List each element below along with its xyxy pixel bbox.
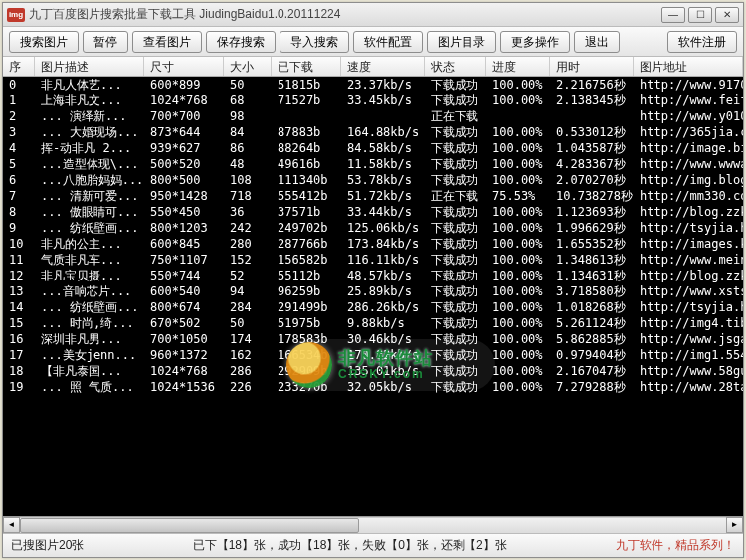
cell-size: 98 [224,108,272,124]
cell-desc: 非凡人体艺... [35,77,144,93]
cell-dim: 500*520 [144,156,224,172]
download-table[interactable]: 序号 图片描述 尺寸 大小 已下载 速度 状态 进度 用时 图片地址 0非凡人体… [3,57,743,533]
image-catalog-button[interactable]: 图片目录 [427,31,496,53]
col-size[interactable]: 大小 [224,57,272,76]
search-images-button[interactable]: 搜索图片 [9,31,79,53]
cell-dl [272,108,341,124]
cell-size: 50 [224,77,272,93]
cell-size: 68 [224,93,272,108]
exit-button[interactable]: 退出 [574,31,620,53]
cell-prog: 100.00% [486,363,550,379]
col-progress[interactable]: 进度 [486,57,550,76]
table-row[interactable]: 8... 傲眼睛可...550*4503637571b33.44kb/s下载成功… [3,204,743,220]
view-images-button[interactable]: 查看图片 [132,31,202,53]
horizontal-scrollbar[interactable]: ◄ ► [3,516,743,533]
cell-dl: 156582b [272,252,341,268]
cell-dim: 700*700 [144,108,224,124]
col-time[interactable]: 用时 [550,57,634,76]
cell-prog [486,108,550,124]
table-row[interactable]: 10非凡的公主...600*845280287766b173.84kb/s下载成… [3,236,743,252]
cell-speed: 9.88kb/s [341,315,425,331]
table-row[interactable]: 12非凡宝贝摄...550*7445255112b48.57kb/s下载成功10… [3,268,743,283]
col-downloaded[interactable]: 已下载 [272,57,341,76]
cell-size: 52 [224,268,272,283]
maximize-button[interactable]: ☐ [688,7,712,23]
table-row[interactable]: 7... 清新可爱...950*1428718555412b51.72kb/s正… [3,188,743,204]
cell-prog: 75.53% [486,188,550,204]
save-search-button[interactable]: 保存搜索 [206,31,276,53]
cell-stat: 下载成功 [425,315,486,331]
col-dim[interactable]: 尺寸 [144,57,224,76]
cell-dl: 49616b [272,156,341,172]
cell-stat: 下载成功 [425,204,486,220]
register-button[interactable]: 软件注册 [667,31,737,53]
table-row[interactable]: 11气质非凡车...750*1107152156582b116.11kb/s下载… [3,252,743,268]
cell-desc: 深圳非凡男... [35,331,144,347]
cell-dl: 55112b [272,268,341,283]
cell-time: 3.718580秒 [550,283,634,299]
col-index[interactable]: 序号 [3,57,35,76]
table-row[interactable]: 4挥-动非凡 2...939*6278688264b84.58kb/s下载成功1… [3,140,743,156]
cell-size: 284 [224,299,272,315]
cell-size: 86 [224,140,272,156]
scroll-thumb[interactable] [20,518,359,533]
table-row[interactable]: 9... 纺纸壁画...800*1203242249702b125.06kb/s… [3,220,743,236]
table-row[interactable]: 16深圳非凡男...700*1050174178583b30.46kb/s下载成… [3,331,743,347]
table-row[interactable]: 13...音响芯片...600*5409496259b25.89kb/s下载成功… [3,283,743,299]
cell-idx: 6 [3,172,35,188]
software-config-button[interactable]: 软件配置 [353,31,423,53]
cell-desc: ... 照 气质... [35,379,144,395]
col-url[interactable]: 图片地址 [634,57,743,76]
cell-stat: 正在下载 [425,188,486,204]
scroll-track[interactable] [20,517,726,533]
cell-dl: 291499b [272,299,341,315]
cell-dl: 51815b [272,77,341,93]
table-row[interactable]: 0非凡人体艺...600*8995051815b23.37kb/s下载成功100… [3,77,743,93]
cell-time: 1.655352秒 [550,236,634,252]
table-row[interactable]: 14... 纺纸壁画...800*674284291499b286.26kb/s… [3,299,743,315]
cell-time: 2.167047秒 [550,363,634,379]
cell-stat: 下载成功 [425,236,486,252]
table-row[interactable]: 17...美女jenn...960*1372162166534b170.82kb… [3,347,743,363]
cell-prog: 100.00% [486,77,550,93]
titlebar[interactable]: img 九丁百度图片搜索批量下载工具 JiudingBaidu1.0.20111… [3,3,743,27]
cell-url: http://www.xstsc.co... [634,283,743,299]
table-row[interactable]: 5...造型体现\...500*5204849616b11.58kb/s下载成功… [3,156,743,172]
cell-idx: 8 [3,204,35,220]
table-row[interactable]: 3... 大婚现场...873*6448487883b164.88kb/s下载成… [3,124,743,140]
cell-time: 1.134631秒 [550,268,634,283]
cell-idx: 9 [3,220,35,236]
pause-button[interactable]: 暂停 [83,31,128,53]
cell-idx: 12 [3,268,35,283]
minimize-button[interactable]: — [661,7,685,23]
cell-idx: 4 [3,140,35,156]
col-speed[interactable]: 速度 [341,57,425,76]
cell-dim: 800*1203 [144,220,224,236]
import-search-button[interactable]: 导入搜索 [280,31,349,53]
table-row[interactable]: 6...八胞胎妈妈...800*500108111340b53.78kb/s下载… [3,172,743,188]
cell-stat: 下载成功 [425,379,486,395]
cell-desc: ... 纺纸壁画... [35,220,144,236]
cell-time: 1.123693秒 [550,204,634,220]
scroll-right-icon[interactable]: ► [726,517,743,533]
table-body[interactable]: 0非凡人体艺...600*8995051815b23.37kb/s下载成功100… [3,77,743,516]
cell-url: http://365jia.cn/up... [634,124,743,140]
cell-time: 2.138345秒 [550,93,634,108]
table-row[interactable]: 19... 照 气质...1024*1536226233270b32.05kb/… [3,379,743,395]
cell-stat: 下载成功 [425,93,486,108]
table-row[interactable]: 1上海非凡文...1024*7686871527b33.45kb/s下载成功10… [3,93,743,108]
scroll-left-icon[interactable]: ◄ [3,517,20,533]
table-row[interactable]: 2... 演绎新...700*70098正在下载http://www.y010.… [3,108,743,124]
close-button[interactable]: ✕ [715,7,739,23]
cell-prog: 100.00% [486,283,550,299]
cell-dim: 600*540 [144,283,224,299]
cell-url: http://blog.zzkid.c... [634,268,743,283]
more-actions-button[interactable]: 更多操作 [500,31,570,53]
cell-idx: 15 [3,315,35,331]
col-desc[interactable]: 图片描述 [35,57,144,76]
cell-desc: 【非凡泰国... [35,363,144,379]
col-status[interactable]: 状态 [425,57,486,76]
cell-dim: 873*644 [144,124,224,140]
table-row[interactable]: 18【非凡泰国...1024*768286292909b135.01kb/s下载… [3,363,743,379]
table-row[interactable]: 15... 时尚,绮...670*5025051975b9.88kb/s下载成功… [3,315,743,331]
